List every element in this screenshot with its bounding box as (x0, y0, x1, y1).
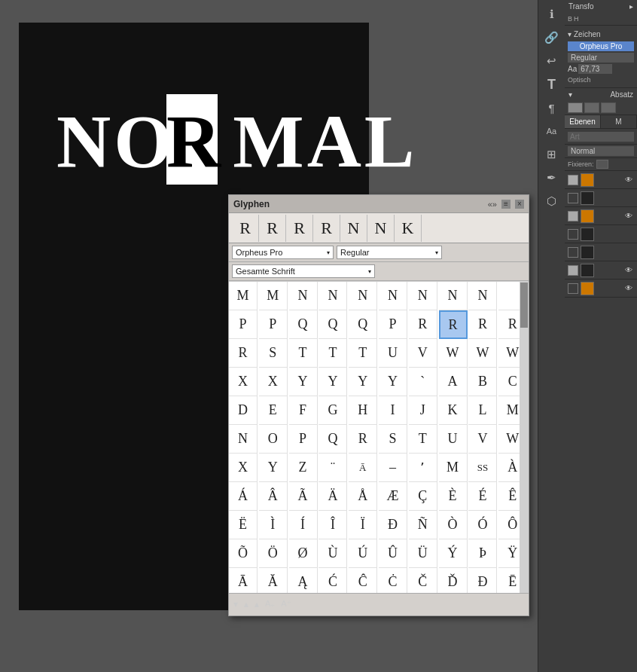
eye-icon[interactable]: 👁 (623, 283, 634, 294)
glyph-cell[interactable]: N (229, 425, 258, 454)
glyph-cell[interactable]: Ú (349, 539, 377, 568)
layer-visibility-toggle[interactable] (568, 265, 578, 276)
glyph-cell[interactable]: Ā (349, 454, 377, 482)
fixieren-toggle[interactable] (596, 160, 608, 169)
glyph-cell[interactable]: Ü (409, 539, 437, 568)
grid-scrollbar[interactable] (520, 281, 529, 593)
glyph-cell[interactable]: J (409, 396, 437, 425)
align-left-btn[interactable] (568, 102, 583, 113)
collapse-arrows-icon[interactable]: «» (488, 200, 497, 209)
glyph-cell[interactable]: Q (289, 310, 318, 339)
glyph-cell[interactable]: K (439, 396, 468, 425)
glyph-cell[interactable]: Č (409, 568, 437, 593)
glyph-cell[interactable]: H (349, 396, 377, 425)
eye-icon[interactable]: 👁 (623, 265, 634, 276)
glyph-cell[interactable]: P (289, 425, 318, 454)
scroll-up-btn[interactable]: ▴ (244, 599, 248, 609)
glyph-cell[interactable]: T (289, 339, 318, 368)
glyph-cell[interactable]: Î (318, 511, 347, 539)
glyph-cell[interactable]: Ą (289, 568, 318, 593)
glyph-cell[interactable]: Ù (318, 539, 347, 568)
glyph-cell[interactable]: Ċ (379, 568, 407, 593)
glyph-cell[interactable]: ʼ (409, 454, 437, 482)
glyph-cell[interactable]: N (289, 282, 318, 310)
glyph-cell[interactable]: Y (349, 368, 377, 396)
glyph-cell[interactable]: N (409, 282, 437, 310)
glyph-cell[interactable]: P (229, 310, 258, 339)
shapes-icon[interactable]: ⬡ (541, 191, 562, 212)
align-right-btn[interactable] (601, 102, 616, 113)
recent-glyph-0[interactable]: R (232, 215, 259, 242)
glyph-cell[interactable]: M (229, 282, 258, 310)
search-input[interactable] (568, 132, 634, 142)
glyph-cell[interactable]: V (468, 425, 497, 454)
pen-icon[interactable]: ✒ (541, 167, 562, 188)
glyph-cell[interactable]: Â (259, 482, 288, 511)
glyph-cell[interactable]: R (468, 310, 497, 339)
filter-dropdown[interactable]: Gesamte Schrift ▾ (232, 264, 375, 278)
glyph-cell[interactable]: Q (318, 310, 347, 339)
glyph-cell[interactable]: N (439, 282, 468, 310)
glyph-cell[interactable]: Û (379, 539, 407, 568)
glyph-cell[interactable]: Y (259, 454, 288, 482)
glyph-cell[interactable]: X (259, 368, 288, 396)
glyph-cell[interactable]: Õ (229, 539, 258, 568)
glyph-cell[interactable]: V (409, 339, 437, 368)
glyph-cell[interactable]: R (349, 425, 377, 454)
info-icon[interactable]: ℹ (541, 4, 562, 25)
glyph-cell[interactable]: L (468, 396, 497, 425)
glyph-cell[interactable]: N (318, 282, 347, 310)
close-icon[interactable]: × (515, 200, 524, 209)
glyph-cell[interactable]: U (439, 425, 468, 454)
font-size-value[interactable]: 67,73 (578, 64, 612, 74)
glyph-cell[interactable]: Å (349, 482, 377, 511)
glyph-cell[interactable]: ¨ (318, 454, 347, 482)
glyph-cell[interactable]: Q (318, 425, 347, 454)
text-icon[interactable]: T (541, 74, 562, 95)
recent-glyph-3[interactable]: R (313, 215, 340, 242)
paragraph-icon[interactable]: ¶ (541, 97, 562, 118)
glyph-cell-selected[interactable]: R (439, 310, 468, 339)
glyph-cell[interactable]: P (379, 310, 407, 339)
glyph-cell[interactable]: Ĉ (349, 568, 377, 593)
glyph-cell[interactable]: Ö (259, 539, 288, 568)
font-name-display[interactable]: Orpheus Pro (568, 41, 634, 51)
glyph-cell[interactable]: R (229, 339, 258, 368)
link-icon[interactable]: 🔗 (541, 27, 562, 48)
glyph-cell[interactable]: N (349, 282, 377, 310)
glyph-cell[interactable]: T (349, 339, 377, 368)
glyph-cell[interactable]: Ď (439, 568, 468, 593)
glyph-cell[interactable]: Æ (379, 482, 407, 511)
glyph-cell[interactable]: N (468, 282, 497, 310)
menu-icon[interactable]: ≡ (501, 200, 511, 209)
glyph-cell[interactable]: T (409, 425, 437, 454)
glyph-cell[interactable]: Ò (439, 511, 468, 539)
tab-ebenen[interactable]: Ebenen (565, 115, 601, 128)
glyph-cell[interactable]: Ý (439, 539, 468, 568)
blend-mode-value[interactable]: Normal (568, 146, 634, 156)
glyph-cell[interactable]: É (468, 482, 497, 511)
glyph-cell[interactable]: È (439, 482, 468, 511)
glyph-cell[interactable]: Y (318, 368, 347, 396)
glyph-cell[interactable]: W (439, 339, 468, 368)
glyph-cell[interactable]: Z (289, 454, 318, 482)
glyph-cell[interactable]: E (259, 396, 288, 425)
glyph-cell[interactable]: N (379, 282, 407, 310)
glyph-cell[interactable]: B (468, 368, 497, 396)
font-size-increase-btn[interactable]: A⁺ (281, 599, 291, 609)
transform-text-icon[interactable]: Aa (541, 121, 562, 142)
view-toggle-btn[interactable]: ▴ (254, 599, 259, 609)
undo-icon[interactable]: ↩ (541, 50, 562, 72)
glyph-cell[interactable]: A (439, 368, 468, 396)
glyph-cell[interactable]: Y (379, 368, 407, 396)
glyph-cell[interactable]: – (379, 454, 407, 482)
glyph-cell[interactable]: P (259, 310, 288, 339)
glyph-cell[interactable]: T (318, 339, 347, 368)
recent-glyph-5[interactable]: N (367, 215, 395, 242)
glyph-cell[interactable]: S (259, 339, 288, 368)
glyph-cell[interactable]: Ë (229, 511, 258, 539)
layer-visibility-toggle[interactable] (568, 193, 578, 203)
font-size-decrease-btn[interactable]: A₊ (265, 599, 275, 609)
glyph-cell[interactable]: Ï (349, 511, 377, 539)
style-dropdown[interactable]: Regular ▾ (337, 246, 442, 259)
